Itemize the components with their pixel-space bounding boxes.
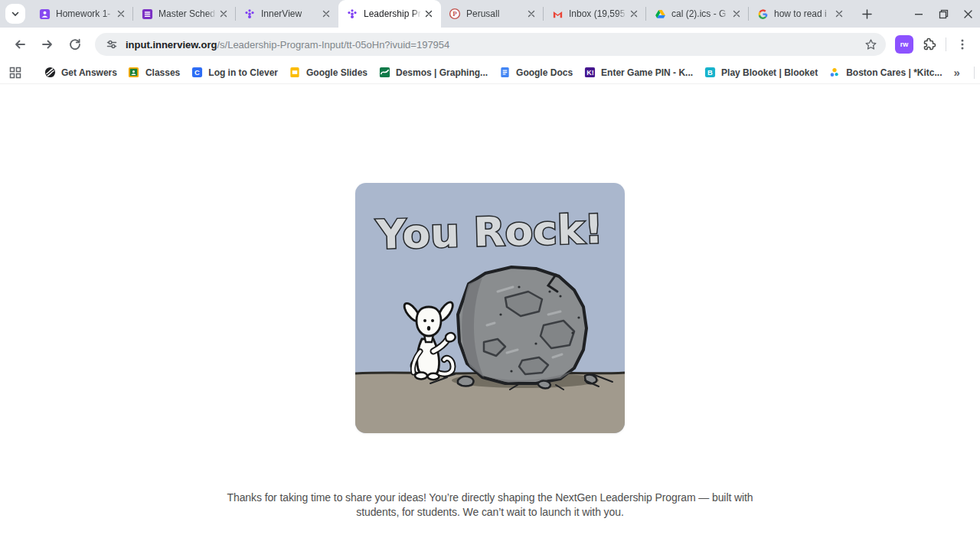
site-settings-icon[interactable] [103,35,121,54]
restore-icon [939,9,949,19]
list-icon [141,8,153,20]
classroom-person-icon [38,8,51,20]
apps-grid-button[interactable] [8,64,23,82]
tab-drive-file[interactable]: cal (2).ics - G [646,0,749,28]
bookmark-star-button[interactable] [860,34,881,55]
bookmark-label: Play Blooket | Blooket [721,67,818,78]
puzzle-icon [923,37,936,51]
bookmarks-divider [974,67,975,79]
tab-innerview[interactable]: InnerView [236,0,338,28]
bookmark-google-docs[interactable]: Google Docs [493,64,578,82]
bookmarks-overflow-button[interactable]: » [948,66,966,79]
toolbar-divider [946,37,946,51]
tab-close-icon[interactable] [833,8,845,20]
desmos-icon [378,67,390,79]
bookmark-google-slides[interactable]: Google Slides [283,64,373,82]
back-arrow-icon [13,37,27,51]
plus-icon [862,9,872,19]
tab-perusall[interactable]: P Perusall [441,0,544,28]
bookmark-label: Enter Game PIN - K... [601,67,693,78]
gmail-icon [551,8,564,20]
blooket-icon: B [704,67,716,79]
kebab-menu-icon [956,38,969,51]
tab-leadership-program[interactable]: Leadership Pr [338,0,441,28]
innerview-icon [346,8,358,20]
tab-label: InnerView [261,8,320,19]
bookmark-label: Desmos | Graphing... [396,67,488,78]
bookmark-label: Classes [145,67,180,78]
svg-text:C: C [194,69,200,77]
tab-strip: Homework 1- Master Schedu InnerView [0,0,980,28]
thank-you-message: Thanks for taking time to share your ide… [0,491,980,520]
readwrite-badge-label: rw [900,41,909,48]
you-rock-illustration: You Rock! [355,183,625,433]
innerview-icon [243,8,256,20]
url-path: /s/Leadership-Program-Input/tt-05oHn?ivu… [217,39,449,51]
bookmark-label: Google Docs [516,67,573,78]
clever-icon: C [191,67,203,79]
tab-close-icon[interactable] [423,8,435,20]
tab-close-icon[interactable] [320,8,332,20]
tab-label: Leadership Pr [364,8,423,19]
boulder [458,267,586,383]
close-icon [963,9,973,19]
new-tab-button[interactable] [856,3,877,24]
thank-you-line-1: Thanks for taking time to share your ide… [0,491,980,505]
you-rock-caption: You Rock! [375,206,603,258]
minimize-button[interactable] [906,0,931,28]
bookmark-classes[interactable]: Classes [122,64,185,82]
star-icon [864,38,877,51]
slides-icon [289,67,301,79]
tab-close-icon[interactable] [628,8,640,20]
tab-close-icon[interactable] [217,8,230,20]
tab-list: Homework 1- Master Schedu InnerView [31,0,851,28]
perusall-icon: P [449,8,461,20]
bookmark-clever[interactable]: C Log in to Clever [185,64,283,82]
tab-homework[interactable]: Homework 1- [31,0,133,28]
bookmark-label: Boston Cares | *Kitc... [846,67,942,78]
address-bar[interactable]: input.innerview.org/s/Leadership-Program… [95,33,886,56]
bookmark-blooket[interactable]: B Play Blooket | Blooket [698,64,823,82]
google-drive-icon [654,8,666,20]
bookmark-boston-cares[interactable]: Boston Cares | *Kitc... [823,64,947,82]
reload-icon [68,37,82,51]
google-icon [756,8,769,20]
close-window-button[interactable] [956,0,980,28]
readwrite-extension-button[interactable]: rw [895,35,913,54]
tab-google-search[interactable]: how to read i [749,0,851,28]
tab-label: how to read i [774,8,833,19]
forward-arrow-icon [41,37,54,51]
restore-button[interactable] [931,0,956,28]
docs-icon [498,67,511,79]
globe-icon [44,67,56,79]
browser-menu-button[interactable] [951,33,974,56]
thank-you-line-2: students, for students. We can’t wait to… [0,505,980,520]
url-host: input.innerview.org [126,39,217,51]
extensions-button[interactable] [918,33,941,56]
window-controls [906,0,980,28]
tab-close-icon[interactable] [525,8,537,20]
url-text: input.innerview.org/s/Leadership-Program… [126,39,860,51]
browser-toolbar: input.innerview.org/s/Leadership-Program… [0,28,980,61]
tab-close-icon[interactable] [730,8,743,20]
tab-master-schedule[interactable]: Master Schedu [133,0,236,28]
apps-grid-icon [9,67,21,79]
tab-label: cal (2).ics - G [671,8,730,19]
back-button[interactable] [8,32,32,57]
tab-gmail-inbox[interactable]: Inbox (19,595 [544,0,646,28]
tab-close-icon[interactable] [115,8,127,20]
svg-text:P: P [452,10,457,18]
reload-button[interactable] [63,32,87,57]
tab-label: Perusall [466,8,525,19]
tab-label: Inbox (19,595 [569,8,628,19]
bookmark-kahoot[interactable]: K! Enter Game PIN - K... [578,64,698,82]
bookmark-get-answers[interactable]: Get Answers [38,64,122,82]
bookmark-desmos[interactable]: Desmos | Graphing... [373,64,493,82]
svg-text:B: B [707,69,713,77]
tab-search-button[interactable] [5,4,25,24]
forward-button[interactable] [35,32,60,57]
minimize-icon [914,9,923,18]
bookmark-label: Get Answers [61,67,117,78]
bookmark-label: Log in to Clever [208,67,278,78]
tab-label: Master Schedu [158,8,217,19]
